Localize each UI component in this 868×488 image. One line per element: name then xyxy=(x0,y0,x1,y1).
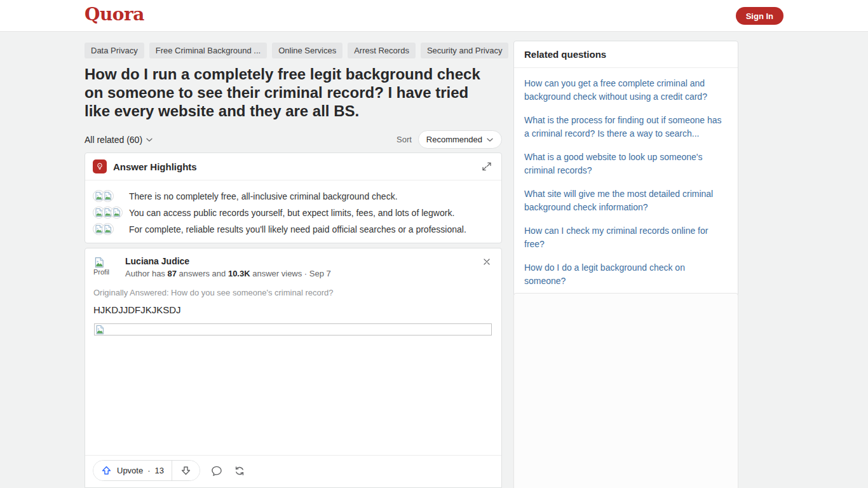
topic-tag[interactable]: Data Privacy xyxy=(85,43,144,58)
originally-answered-text: Originally Answered: How do you see some… xyxy=(85,281,501,297)
answer-empty-space xyxy=(85,336,501,455)
related-question-link[interactable]: What is the process for finding out if s… xyxy=(524,114,728,140)
broken-avatar-icon xyxy=(111,207,123,219)
top-navigation-bar: Quora Sign In xyxy=(0,0,868,32)
all-related-dropdown[interactable]: All related (60) xyxy=(85,135,153,145)
topic-tag[interactable]: Arrest Records xyxy=(348,43,416,58)
upvote-label: Upvote xyxy=(117,466,143,475)
author-meta: Author has 87 answers and 10.3K answer v… xyxy=(125,269,331,278)
downvote-arrow-icon xyxy=(180,464,192,477)
expand-icon[interactable] xyxy=(481,160,494,173)
topic-tag[interactable]: Free Criminal Background ... xyxy=(149,43,267,58)
broken-avatar-icon xyxy=(102,190,114,202)
answer-highlights-card: Answer Highlights There is no completely… xyxy=(85,152,502,243)
answer-highlights-body: There is no completely free, all-inclusi… xyxy=(85,180,501,243)
vote-pill: Upvote · 13 xyxy=(93,460,200,481)
meta-text: Author has xyxy=(125,269,168,278)
broken-profile-avatar[interactable]: Profil xyxy=(93,256,119,281)
avatar-cluster xyxy=(93,207,129,219)
sort-label: Sort xyxy=(397,135,412,144)
related-questions-list: How can you get a free complete criminal… xyxy=(514,68,738,299)
quora-logo[interactable]: Quora xyxy=(85,4,144,25)
sign-in-button[interactable]: Sign In xyxy=(736,7,783,25)
upvote-separator: · xyxy=(147,466,150,475)
sort-dropdown[interactable]: Recommended xyxy=(418,130,502,149)
related-question-link[interactable]: How can I check my criminal records onli… xyxy=(524,224,728,251)
answer-author-block: Luciana Judice Author has 87 answers and… xyxy=(125,256,331,281)
broken-answer-image xyxy=(94,323,492,336)
upvote-count: 13 xyxy=(155,466,164,475)
chevron-down-icon xyxy=(146,136,153,144)
repost-icon[interactable] xyxy=(233,464,246,477)
all-related-label: All related (60) xyxy=(85,135,142,145)
highlight-row: For complete, reliable results you'll li… xyxy=(93,223,494,235)
views-count: 10.3K xyxy=(228,269,250,278)
upvote-arrow-icon xyxy=(100,464,112,477)
empty-ad-card xyxy=(513,293,738,488)
highlight-text[interactable]: There is no completely free, all-inclusi… xyxy=(129,191,398,201)
related-question-link[interactable]: How can you get a free complete criminal… xyxy=(524,77,728,104)
answer-body-text: HJKDJJDFJKJKSDJ xyxy=(85,297,501,315)
related-question-link[interactable]: What site will give me the most detailed… xyxy=(524,187,728,214)
highlight-row: There is no completely free, all-inclusi… xyxy=(93,190,494,202)
answer-card: Profil Luciana Judice Author has 87 answ… xyxy=(85,248,502,488)
sort-value: Recommended xyxy=(426,135,482,144)
highlight-row: You can access public records yourself, … xyxy=(93,207,494,219)
answers-count: 87 xyxy=(168,269,177,278)
chevron-down-icon xyxy=(486,136,494,144)
answer-highlights-title: Answer Highlights xyxy=(113,161,197,172)
broken-image-icon xyxy=(95,257,104,268)
broken-avatar-icon xyxy=(102,223,114,235)
related-questions-card: Related questions How can you get a free… xyxy=(513,41,738,300)
avatar-cluster xyxy=(93,223,129,235)
topic-tag[interactable]: Online Services xyxy=(272,43,342,58)
question-title: How do I run a completely free legit bac… xyxy=(85,65,491,120)
comment-icon[interactable] xyxy=(210,464,223,477)
filter-bar: All related (60) Sort Recommended xyxy=(85,130,502,149)
sort-group: Sort Recommended xyxy=(397,130,502,149)
avatar-alt-text: Profil xyxy=(93,268,109,276)
meta-text: answers and xyxy=(177,269,228,278)
downvote-button[interactable] xyxy=(172,461,200,480)
author-name-link[interactable]: Luciana Judice xyxy=(125,256,331,266)
related-question-link[interactable]: How do I do a legit background check on … xyxy=(524,261,728,288)
upvote-button[interactable]: Upvote · 13 xyxy=(93,461,172,480)
answer-highlights-header: Answer Highlights xyxy=(85,153,501,180)
lightbulb-icon xyxy=(93,159,107,173)
topic-tag[interactable]: Security and Privacy xyxy=(421,43,509,58)
related-questions-title: Related questions xyxy=(514,41,738,68)
highlight-text[interactable]: For complete, reliable results you'll li… xyxy=(129,224,466,234)
close-icon[interactable] xyxy=(482,256,493,268)
avatar-cluster xyxy=(93,190,129,202)
broken-image-icon xyxy=(96,325,104,334)
answer-action-bar: Upvote · 13 xyxy=(85,455,501,487)
answer-header: Profil Luciana Judice Author has 87 answ… xyxy=(85,248,501,281)
topic-tags-row: Data Privacy Free Criminal Background ..… xyxy=(85,43,510,58)
meta-date: answer views · Sep 7 xyxy=(250,269,331,278)
highlight-text[interactable]: You can access public records yourself, … xyxy=(129,208,454,218)
related-question-link[interactable]: What is a good website to look up someon… xyxy=(524,151,728,177)
